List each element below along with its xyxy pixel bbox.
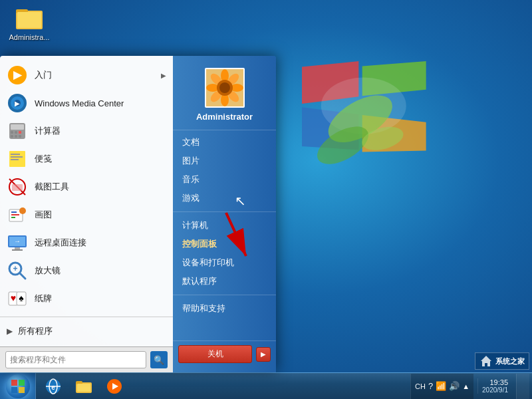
clock-date: 2020/9/1 (482, 386, 508, 394)
start-item-remote[interactable]: → 远程桌面连接 (0, 229, 173, 257)
svg-rect-32 (11, 211, 17, 213)
sticky-notes-icon (7, 148, 28, 170)
sticky-label: 便笺 (35, 153, 52, 165)
tray-icon-up[interactable]: ▲ (462, 382, 469, 390)
taskbar: e CH ? 📶 (0, 372, 532, 399)
desktop-icon-label: Administra... (9, 33, 49, 41)
right-item-games[interactable]: 游戏 (173, 189, 276, 207)
annotation-arrow (206, 206, 259, 275)
site-badge: 系统之家 (475, 352, 529, 370)
svg-rect-68 (77, 384, 90, 392)
right-separator-2 (173, 295, 276, 295)
svg-rect-33 (11, 214, 19, 215)
tray-icon-volume: 🔊 (449, 381, 460, 391)
svg-text:♠: ♠ (19, 293, 24, 303)
start-item-solitaire[interactable]: ♥ ♠ 纸牌 (0, 285, 173, 313)
start-separator (0, 317, 173, 317)
shutdown-bar: 关机 ▶ (173, 340, 276, 367)
tray-icon-question[interactable]: ? (428, 381, 433, 391)
taskbar-app-explorer[interactable] (69, 374, 98, 398)
right-item-pictures[interactable]: 图片 (173, 152, 276, 170)
paint-label: 画图 (35, 209, 52, 221)
magnifier-icon: + (7, 260, 28, 281)
svg-rect-60 (11, 387, 17, 393)
windows-logo (259, 40, 472, 253)
remote-desktop-icon: → (7, 232, 28, 253)
shutdown-arrow-button[interactable]: ▶ (256, 347, 271, 362)
start-item-snipping[interactable]: 截图工具 (0, 173, 173, 201)
watermark-text: 系统之家 (495, 356, 525, 366)
svg-rect-19 (19, 131, 21, 134)
start-item-getting-started[interactable]: ▶ 入门 ▶ (0, 61, 173, 89)
start-item-paint[interactable]: 画图 (0, 201, 173, 229)
svg-rect-34 (11, 217, 15, 218)
solitaire-icon: ♥ ♠ (7, 288, 28, 309)
snipping-label: 截图工具 (35, 181, 69, 193)
svg-rect-58 (11, 380, 17, 386)
start-orb (6, 374, 30, 398)
all-programs-label: 所有程序 (18, 325, 53, 337)
svg-rect-18 (15, 131, 17, 134)
desktop: Administra... ↖ ▶ (0, 0, 532, 399)
all-programs[interactable]: ▶ 所有程序 (0, 321, 173, 341)
wmc-label: Windows Media Center (35, 98, 124, 108)
right-item-music[interactable]: 音乐 (173, 170, 276, 189)
clock-area[interactable]: 19:35 2020/9/1 (477, 378, 512, 394)
svg-rect-6 (17, 12, 41, 28)
search-input[interactable] (5, 351, 146, 368)
start-button[interactable] (0, 373, 36, 400)
start-menu-left: ▶ 入门 ▶ ▶ Wi (0, 56, 173, 372)
getting-started-icon: ▶ (7, 65, 28, 86)
submenu-arrow: ▶ (161, 72, 166, 79)
svg-rect-29 (12, 184, 23, 191)
svg-rect-21 (15, 135, 17, 138)
svg-text:→: → (14, 237, 21, 245)
username: Administrator (196, 112, 253, 122)
paint-icon (7, 204, 28, 225)
svg-rect-20 (11, 135, 13, 138)
language-indicator: CH (415, 382, 426, 390)
svg-rect-22 (19, 135, 21, 138)
taskbar-right: CH ? 📶 🔊 ▲ 19:35 2020/9/1 (410, 374, 532, 399)
start-search-bar: 🔍 (0, 346, 173, 372)
start-item-calculator[interactable]: 计算器 (0, 117, 173, 145)
start-item-wmc[interactable]: ▶ Windows Media Center (0, 89, 173, 117)
start-item-notepad[interactable]: 便笺 (0, 145, 173, 173)
svg-line-41 (20, 273, 25, 279)
right-item-help[interactable]: 帮助和支持 (173, 299, 276, 318)
svg-rect-61 (19, 387, 25, 393)
svg-text:▶: ▶ (13, 69, 23, 80)
svg-rect-17 (11, 131, 13, 134)
magnifier-label: 放大镜 (35, 265, 61, 277)
desktop-icon-administrator[interactable]: Administra... (5, 5, 53, 41)
search-button[interactable]: 🔍 (150, 351, 168, 368)
svg-point-57 (219, 82, 230, 93)
clock-time: 19:35 (482, 378, 508, 386)
snipping-icon (7, 176, 28, 198)
svg-rect-26 (11, 159, 19, 160)
right-item-documents[interactable]: 文档 (173, 133, 276, 152)
start-item-magnifier[interactable]: + 放大镜 (0, 257, 173, 285)
svg-line-8 (226, 213, 246, 256)
taskbar-app-ie[interactable]: e (39, 374, 68, 398)
calculator-icon (7, 120, 28, 142)
start-menu-items: ▶ 入门 ▶ ▶ Wi (0, 56, 173, 346)
svg-rect-25 (11, 156, 23, 158)
user-avatar (205, 68, 245, 108)
tray-icon-network: 📶 (436, 381, 446, 391)
shutdown-button[interactable]: 关机 (178, 345, 252, 363)
svg-rect-38 (12, 249, 23, 251)
svg-rect-37 (15, 247, 20, 249)
svg-text:+: + (13, 264, 17, 273)
svg-rect-24 (11, 154, 20, 155)
taskbar-apps: e (39, 374, 129, 398)
svg-point-31 (19, 207, 26, 214)
wmc-icon: ▶ (7, 92, 28, 114)
solitaire-label: 纸牌 (35, 293, 52, 305)
svg-rect-59 (19, 380, 25, 386)
home-icon (479, 354, 493, 368)
svg-text:♥: ♥ (11, 293, 16, 303)
taskbar-app-mediaplayer[interactable] (100, 374, 129, 398)
show-desktop-button[interactable] (516, 374, 529, 399)
svg-text:e: e (51, 384, 55, 391)
